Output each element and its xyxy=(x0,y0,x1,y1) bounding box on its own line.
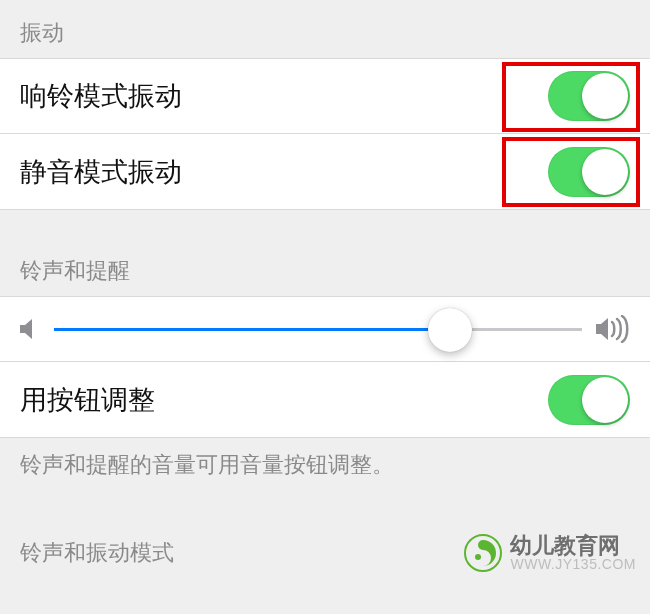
toggle-change-with-buttons[interactable] xyxy=(548,375,630,425)
toggle-vibrate-on-silent[interactable] xyxy=(548,147,630,197)
label-vibrate-on-ring: 响铃模式振动 xyxy=(20,78,548,114)
watermark-logo-icon xyxy=(464,534,502,572)
svg-point-1 xyxy=(475,554,481,560)
watermark-url: WWW.JY135.COM xyxy=(510,557,636,572)
row-change-with-buttons[interactable]: 用按钮调整 xyxy=(0,362,650,438)
row-volume-slider xyxy=(0,296,650,362)
volume-high-icon xyxy=(596,315,630,343)
row-vibrate-on-ring[interactable]: 响铃模式振动 xyxy=(0,58,650,134)
slider-thumb[interactable] xyxy=(428,308,472,352)
watermark: 幼儿教育网 WWW.JY135.COM xyxy=(464,534,636,572)
section-header-vibration: 振动 xyxy=(0,0,650,58)
volume-low-icon xyxy=(20,317,40,341)
section-header-ringtone: 铃声和提醒 xyxy=(0,238,650,296)
volume-slider[interactable] xyxy=(54,328,582,331)
label-change-with-buttons: 用按钮调整 xyxy=(20,382,548,418)
toggle-vibrate-on-ring[interactable] xyxy=(548,71,630,121)
row-vibrate-on-silent[interactable]: 静音模式振动 xyxy=(0,134,650,210)
label-vibrate-on-silent: 静音模式振动 xyxy=(20,154,548,190)
watermark-title: 幼儿教育网 xyxy=(510,534,636,557)
footer-note: 铃声和提醒的音量可用音量按钮调整。 xyxy=(0,438,650,480)
